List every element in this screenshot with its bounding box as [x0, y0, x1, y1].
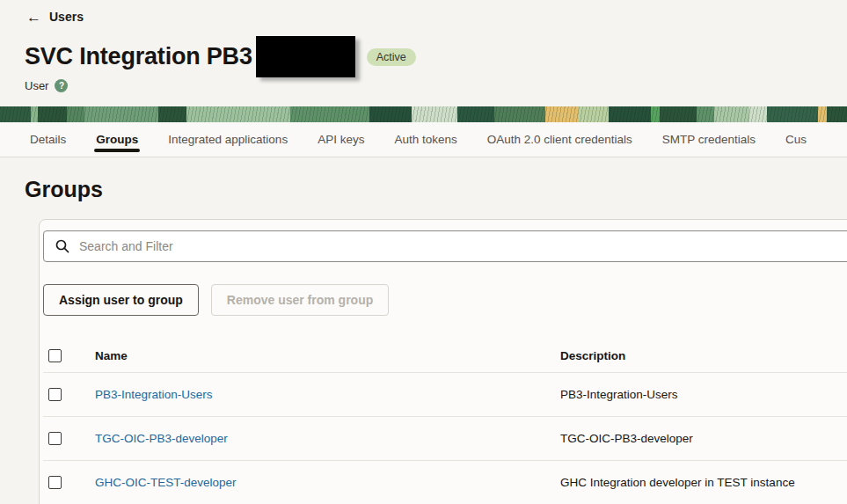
tab-integrated-applications[interactable]: Integrated applications — [168, 122, 288, 157]
tab-bar: Details Groups Integrated applications A… — [0, 122, 847, 157]
decorative-banner — [0, 106, 847, 122]
status-badge: Active — [367, 48, 416, 66]
assign-user-to-group-button[interactable]: Assign user to group — [43, 284, 199, 316]
page-title: SVC Integration PB3 — [25, 43, 252, 70]
column-header-name[interactable]: Name — [95, 349, 560, 362]
group-name-link[interactable]: GHC-OIC-TEST-developer — [95, 476, 237, 489]
group-description: PB3-Integration-Users — [560, 388, 847, 401]
user-title-row: SVC Integration PB3 Active — [25, 36, 847, 77]
back-arrow-icon[interactable]: ← — [26, 10, 41, 25]
groups-table: Name Description PB3-Integration-Users P… — [43, 340, 847, 504]
groups-card: Search and Filter Assign user to group R… — [39, 219, 847, 504]
group-description: GHC Integration developer in TEST instan… — [560, 476, 847, 489]
search-placeholder: Search and Filter — [79, 239, 173, 253]
resource-type-label: User — [25, 79, 48, 92]
table-actions: Assign user to group Remove user from gr… — [43, 284, 847, 316]
table-row: TGC-OIC-PB3-developer TGC-OIC-PB3-develo… — [43, 417, 847, 461]
user-subtitle-row: User ? — [25, 78, 847, 92]
user-detail-page: ← Users SVC Integration PB3 Active User … — [0, 0, 847, 504]
tab-groups[interactable]: Groups — [96, 122, 138, 157]
search-icon — [55, 239, 69, 253]
table-header-row: Name Description — [43, 340, 847, 373]
row-checkbox[interactable] — [48, 432, 62, 445]
row-checkbox[interactable] — [48, 388, 62, 401]
tab-smtp-credentials[interactable]: SMTP credentials — [662, 122, 756, 157]
tab-customer-secret-keys-truncated[interactable]: Cus — [785, 122, 807, 157]
row-checkbox[interactable] — [48, 476, 62, 489]
tab-oauth-client-credentials[interactable]: OAuth 2.0 client credentials — [487, 122, 632, 157]
column-header-description[interactable]: Description — [560, 349, 847, 362]
group-name-link[interactable]: PB3-Integration-Users — [95, 388, 213, 401]
table-row: PB3-Integration-Users PB3-Integration-Us… — [43, 373, 847, 417]
group-description: TGC-OIC-PB3-developer — [560, 432, 847, 445]
search-input[interactable]: Search and Filter — [43, 230, 847, 262]
table-row: GHC-OIC-TEST-developer GHC Integration d… — [43, 461, 847, 504]
breadcrumb-label[interactable]: Users — [49, 10, 84, 24]
redacted-text-block — [256, 36, 355, 77]
tab-details[interactable]: Details — [30, 122, 66, 157]
select-all-checkbox[interactable] — [48, 349, 62, 362]
tab-auth-tokens[interactable]: Auth tokens — [394, 122, 456, 157]
tab-api-keys[interactable]: API keys — [318, 122, 364, 157]
groups-heading: Groups — [25, 177, 847, 202]
remove-user-from-group-button: Remove user from group — [211, 284, 389, 316]
help-icon[interactable]: ? — [55, 79, 68, 92]
breadcrumb[interactable]: ← Users — [0, 0, 847, 25]
group-name-link[interactable]: TGC-OIC-PB3-developer — [95, 432, 228, 445]
